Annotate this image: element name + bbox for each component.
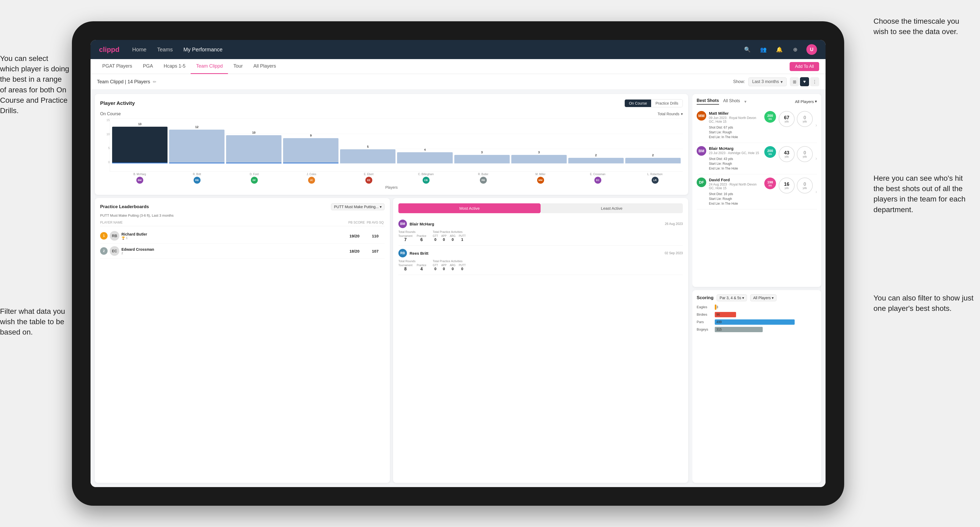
- dropdown-arrow-icon: ▾: [781, 79, 783, 84]
- chart-x-axis-label: Players: [100, 185, 683, 189]
- scoring-birdies-label: Birdies: [697, 313, 713, 316]
- stat-dist-mcharg: 43 yds: [779, 146, 795, 162]
- all-players-dropdown[interactable]: All Players ▾: [795, 99, 817, 104]
- shot-chevron-ford: ›: [815, 189, 817, 195]
- bar-ford[interactable]: 10: [226, 131, 282, 163]
- lb-filter-dropdown[interactable]: PUTT Must Make Putting... ▾: [331, 203, 385, 210]
- tab-tour[interactable]: Tour: [228, 59, 248, 74]
- nav-link-home[interactable]: Home: [132, 46, 146, 53]
- player-info-crossman: Edward Crossman 2: [121, 247, 343, 255]
- team-show-controls: Show: Last 3 months ▾ ⊞ ♥ ⋮: [733, 77, 819, 86]
- bar-robertson[interactable]: 2: [625, 154, 681, 163]
- bar-value-4a: 4: [424, 148, 426, 151]
- lb-row-crossman[interactable]: 2 EC Edward Crossman 2 18/20 107: [100, 243, 385, 259]
- edit-team-icon[interactable]: ✏: [153, 79, 156, 84]
- shot-card-ford[interactable]: DF David Ford 24 Aug 2023 · Royal North …: [697, 174, 817, 210]
- avatar-ford: DF: [226, 177, 282, 184]
- chart-filter-dropdown[interactable]: Total Rounds ▾: [657, 112, 683, 116]
- shot-card-miller[interactable]: MM Matt Miller 09 Jun 2023 · Royal North…: [697, 108, 817, 143]
- active-card-britt[interactable]: RB Rees Britt 02 Sep 2023 Total Rounds T…: [398, 246, 683, 275]
- x-label-miller: M. Miller: [513, 173, 568, 176]
- view-icons: ⊞ ♥ ⋮: [790, 77, 819, 86]
- practice-drills-toggle[interactable]: Practice Drills: [651, 100, 682, 107]
- tab-hcaps[interactable]: Hcaps 1-5: [158, 59, 191, 74]
- lb-columns: PLAYER NAME PB SCORE PB AVG SQ: [100, 221, 385, 226]
- bar-miller[interactable]: 3: [511, 151, 567, 163]
- best-shots-tab[interactable]: Best Shots: [697, 98, 719, 105]
- total-rounds-label-britt: Total Rounds: [398, 259, 426, 263]
- shot-card-mcharg[interactable]: BM Blair McHarg 23 Jul 2023 · Ashridge G…: [697, 143, 817, 174]
- card-view-icon[interactable]: ♥: [800, 77, 809, 86]
- plus-circle-icon[interactable]: ⊕: [791, 45, 800, 54]
- shot-stats-mcharg: 43 yds 0 yds: [779, 146, 813, 162]
- practice-leaderboards-panel: Practice Leaderboards PUTT Must Make Put…: [95, 198, 390, 483]
- tournament-value-mcharg: 7: [398, 237, 412, 242]
- shot-meta-mcharg: 23 Jul 2023 · Ashridge GC, Hole 15: [709, 151, 762, 155]
- avatar-britt: RB: [169, 177, 225, 184]
- shots-tabs: Best Shots All Shots ▾: [697, 98, 746, 105]
- annotation-left-top: You can select which player is doing the…: [0, 53, 69, 116]
- bell-icon[interactable]: 🔔: [775, 45, 784, 54]
- shots-dropdown-arrow[interactable]: ▾: [744, 99, 746, 104]
- player-activity-header: Player Activity On Course Practice Drill…: [100, 99, 683, 107]
- add-to-all-button[interactable]: Add To All: [790, 62, 819, 71]
- active-date-mcharg: 26 Aug 2023: [665, 222, 683, 226]
- tab-team-clippd[interactable]: Team Clippd: [191, 59, 228, 74]
- scoring-bogeys-count: 315: [716, 328, 722, 332]
- grid-view-icon[interactable]: ⊞: [790, 77, 799, 86]
- scoring-bogeys-row: Bogeys 315: [697, 327, 817, 332]
- time-filter-dropdown[interactable]: Last 3 months ▾: [748, 78, 787, 86]
- scoring-filter2-dropdown[interactable]: All Players ▾: [750, 294, 776, 301]
- lb-header: Practice Leaderboards PUTT Must Make Put…: [100, 203, 385, 210]
- shot-info-miller: Matt Miller 09 Jun 2023 · Royal North De…: [709, 111, 762, 140]
- on-course-toggle[interactable]: On Course: [625, 100, 651, 107]
- app-label: APP: [441, 235, 447, 237]
- chart-header: On Course Total Rounds ▾: [100, 111, 683, 116]
- right-column: Best Shots All Shots ▾ All Players ▾ MM: [692, 90, 826, 487]
- tab-pga[interactable]: PGA: [137, 59, 158, 74]
- bar-mcharg[interactable]: 13: [112, 122, 167, 163]
- bar-value-9: 9: [310, 134, 312, 137]
- all-shots-tab[interactable]: All Shots: [723, 98, 740, 104]
- scoring-f2-arrow: ▾: [772, 296, 773, 300]
- scoring-filter1-dropdown[interactable]: Par 3, 4 & 5s ▾: [717, 294, 747, 301]
- shot-meta-ford: 24 Aug 2023 · Royal North Devon GC, Hole…: [709, 183, 762, 190]
- bottom-panels: Practice Leaderboards PUTT Must Make Put…: [95, 198, 688, 483]
- list-view-icon[interactable]: ⋮: [810, 77, 819, 86]
- nav-link-teams[interactable]: Teams: [157, 46, 173, 53]
- stat-zero-mcharg: 0 yds: [797, 146, 813, 162]
- most-active-tab[interactable]: Most Active: [398, 203, 541, 213]
- avatar-coles: JC: [284, 177, 339, 184]
- search-icon[interactable]: 🔍: [743, 45, 752, 54]
- least-active-tab[interactable]: Least Active: [541, 203, 683, 213]
- lb-row-butler[interactable]: 1 RB Richard Butler 🏆 1 19/20 110: [100, 229, 385, 243]
- avatar-billingham: CB: [398, 177, 454, 184]
- user-avatar[interactable]: U: [807, 44, 817, 55]
- col-pb-avg: PB AVG SQ: [366, 221, 385, 224]
- chart-area: On Course Total Rounds ▾ 15 10 5: [100, 111, 683, 189]
- nav-link-myperformance[interactable]: My Performance: [183, 46, 223, 53]
- putt-britt: 0: [459, 267, 466, 271]
- people-icon[interactable]: 👥: [759, 45, 768, 54]
- bar-billingham[interactable]: 4: [397, 148, 452, 163]
- left-column: Player Activity On Course Practice Drill…: [91, 90, 692, 487]
- bar-coles[interactable]: 9: [283, 134, 339, 163]
- total-rounds-britt: Total Rounds Tournament 8 Practice: [398, 259, 426, 271]
- stat-zero-miller: 0 yds: [797, 111, 813, 127]
- shot-chevron-miller: ›: [815, 122, 817, 128]
- chart-filter-arrow: ▾: [681, 112, 683, 116]
- bar-ebert[interactable]: 5: [340, 145, 396, 163]
- x-label-coles: J. Coles: [284, 173, 339, 176]
- scoring-pars-count: 499: [716, 320, 722, 324]
- player-rank-butler: 🏆 1: [121, 237, 343, 240]
- tab-all-players[interactable]: All Players: [248, 59, 282, 74]
- scoring-pars-label: Pars: [697, 320, 713, 324]
- rank-silver-icon: 2: [100, 247, 108, 255]
- bar-butler[interactable]: 3: [454, 151, 510, 163]
- bar-britt[interactable]: 12: [169, 125, 224, 163]
- bar-crossman[interactable]: 2: [568, 154, 624, 163]
- tab-pgat-players[interactable]: PGAT Players: [97, 59, 137, 74]
- active-stats-mcharg: Total Rounds Tournament 7 Practice: [398, 230, 683, 242]
- most-active-header: Most Active Least Active: [398, 203, 683, 213]
- active-card-mcharg[interactable]: BM Blair McHarg 26 Aug 2023 Total Rounds: [398, 216, 683, 246]
